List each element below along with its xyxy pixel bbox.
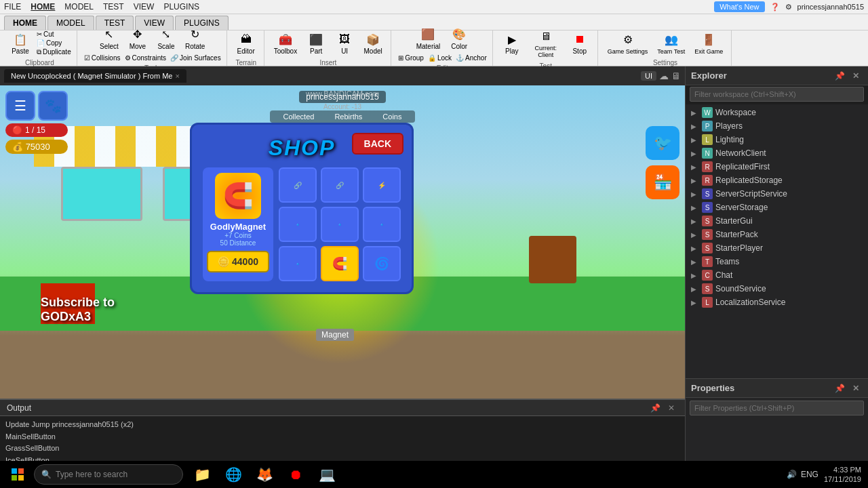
buy-button[interactable]: 🪙 44000 [207,251,269,272]
properties-pin-btn[interactable]: 📌 [833,382,846,395]
tree-item-workspace[interactable]: ▶ W Workspace [686,106,868,119]
color-btn[interactable]: 🎨 Color [447,25,471,52]
exit-game-btn[interactable]: 🚪 Exit Game [692,30,726,56]
join-surfaces-btn[interactable]: 🔗 Join Surfaces [170,54,221,62]
tree-item-starterpack[interactable]: ▶ S StarterPack [686,228,868,241]
team-test-btn[interactable]: 👥 Team Test [654,30,688,56]
viewport-icon2[interactable]: 🖥 [671,70,681,81]
select-btn[interactable]: ↖ Select [97,25,121,52]
tree-item-replicatedstorage[interactable]: ▶ R ReplicatedStorage [686,174,868,187]
tree-item-startergui[interactable]: ▶ S StarterGui [686,214,868,228]
hud-coins-label: Coins [382,113,401,121]
properties-header: Properties 📌 ✕ [686,379,868,398]
menu-view[interactable]: VIEW [134,2,155,12]
constraints-btn[interactable]: ⚙ Constraints [125,54,167,62]
explorer-close-btn[interactable]: ✕ [849,69,863,83]
group-btn[interactable]: ⊞ Group [398,54,424,62]
menu-file[interactable]: FILE [4,2,21,12]
copy-btn[interactable]: 📄Copy [37,39,71,47]
tree-item-serverscriptservice[interactable]: ▶ S ServerScriptService [686,187,868,201]
menu-plugins[interactable]: PLUGINS [163,2,199,12]
play-btn[interactable]: ▶ Play [500,30,524,56]
shop-item-1[interactable]: 🔗 [279,167,317,203]
tree-item-serverstorage[interactable]: ▶ S ServerStorage [686,201,868,214]
collisions-btn[interactable]: ☑ Collisions [84,54,121,62]
shop-item-4[interactable]: 🔹 [279,207,317,242]
menu-model[interactable]: MODEL [64,2,94,12]
cut-btn[interactable]: ✂Cut [37,30,71,38]
duplicate-btn[interactable]: ⧉Duplicate [37,48,71,56]
tree-item-teams[interactable]: ▶ T Teams [686,255,868,268]
scale-btn[interactable]: ⤡ Scale [154,25,178,52]
shop-item-2[interactable]: 🔗 [321,167,359,203]
hud-paw-btn[interactable]: 🐾 [38,91,68,121]
tree-item-soundservice[interactable]: ▶ S SoundService [686,282,868,296]
taskbar-start-btn[interactable] [3,462,33,487]
anchor-btn[interactable]: ⚓ Anchor [456,54,487,62]
starterpack-label: StarterPack [715,230,758,239]
tab-model[interactable]: MODEL [47,16,94,30]
taskbar-app-cmd[interactable]: 💻 [312,462,342,487]
lock-btn[interactable]: 🔒 Lock [428,54,452,62]
taskbar-app-record[interactable]: ⏺ [281,462,311,487]
menu-home[interactable]: HOME [31,2,55,12]
test-group: ▶ Play 🖥 Current: Client ⏹ Stop Test [494,30,598,66]
properties-close-btn[interactable]: ✕ [849,382,863,395]
paste-icon: 📋 [12,31,28,47]
tree-item-networkclient[interactable]: ▶ N NetworkClient [686,146,868,160]
tab-home[interactable]: HOME [4,16,46,30]
help-icon[interactable]: ❓ [770,3,780,12]
replicatedstorage-label: ReplicatedStorage [715,176,783,185]
tree-item-players[interactable]: ▶ P Players [686,119,868,133]
viewport[interactable]: Magnet www.BANDICAM.com princessjannah05… [0,85,685,399]
output-pin-btn[interactable]: 📌 [648,401,662,415]
taskbar-app-firefox[interactable]: 🦊 [250,462,279,487]
tree-item-lighting[interactable]: ▶ L Lighting [686,133,868,146]
model-btn[interactable]: 📦 Model [361,30,385,56]
replicatedfirst-icon: R [702,161,713,172]
workspace-arrow: ▶ [691,109,699,117]
tree-item-starterplayer[interactable]: ▶ S StarterPlayer [686,241,868,255]
viewport-tab-close[interactable]: × [175,72,179,80]
shop-item-3[interactable]: ⚡ [363,167,401,203]
back-button[interactable]: BACK [352,133,403,155]
store-btn[interactable]: 🏪 [646,165,679,199]
shop-item-6[interactable]: 🔹 [363,207,401,242]
shop-item-8[interactable]: 🧲 [321,246,359,281]
settings-icon[interactable]: ⚙ [785,3,792,12]
twitter-btn[interactable]: 🐦 [646,126,679,160]
toolbox-btn[interactable]: 🧰 Toolbox [271,30,300,56]
tree-item-chat[interactable]: ▶ C Chat [686,268,868,282]
model-icon: 📦 [365,31,381,47]
editor-btn[interactable]: 🏔 Editor [234,30,258,56]
hud-coins-number: 75030 [26,142,50,152]
shop-item-9[interactable]: 🌀 [363,246,401,281]
taskbar-search[interactable]: 🔍 Type here to search [34,464,183,485]
explorer-pin-btn[interactable]: 📌 [833,69,846,83]
game-settings-btn[interactable]: ⚙ Game Settings [605,30,651,56]
viewport-tab[interactable]: New Uncoplocked ( Magnet Simulator ) Fro… [4,69,186,83]
properties-search-input[interactable] [690,401,864,415]
move-btn[interactable]: ✥ Move [125,25,150,52]
output-close-btn[interactable]: ✕ [665,401,678,415]
taskbar-app-explorer[interactable]: 📁 [187,462,217,487]
rotate-btn[interactable]: ↻ Rotate [182,25,208,52]
explorer-tree: ▶ W Workspace ▶ P Players ▶ L Lighting ▶… [686,104,868,378]
whats-new-btn[interactable]: What's New [714,1,764,12]
ui-toggle-btn[interactable]: UI [641,71,656,81]
paste-btn[interactable]: 📋 Paste [8,30,33,56]
taskbar-app-chrome[interactable]: 🌐 [218,462,248,487]
material-btn[interactable]: 🟫 Material [414,25,443,52]
menu-test[interactable]: TEST [103,2,124,12]
shop-item-5[interactable]: 🔹 [321,207,359,242]
part-btn[interactable]: ⬛ Part [304,30,328,56]
tree-item-replicatedfirst[interactable]: ▶ R ReplicatedFirst [686,160,868,174]
current-client-btn[interactable]: 🖥 Current: Client [528,27,564,60]
viewport-icon1[interactable]: ☁ [659,70,669,81]
explorer-search-input[interactable] [690,87,864,102]
hud-menu-btn[interactable]: ☰ [5,91,35,121]
ui-btn[interactable]: 🖼 UI [332,30,357,56]
tree-item-localizationservice[interactable]: ▶ L LocalizationService [686,296,868,309]
stop-btn[interactable]: ⏹ Stop [568,30,592,56]
shop-item-7[interactable]: 🔹 [279,246,317,281]
